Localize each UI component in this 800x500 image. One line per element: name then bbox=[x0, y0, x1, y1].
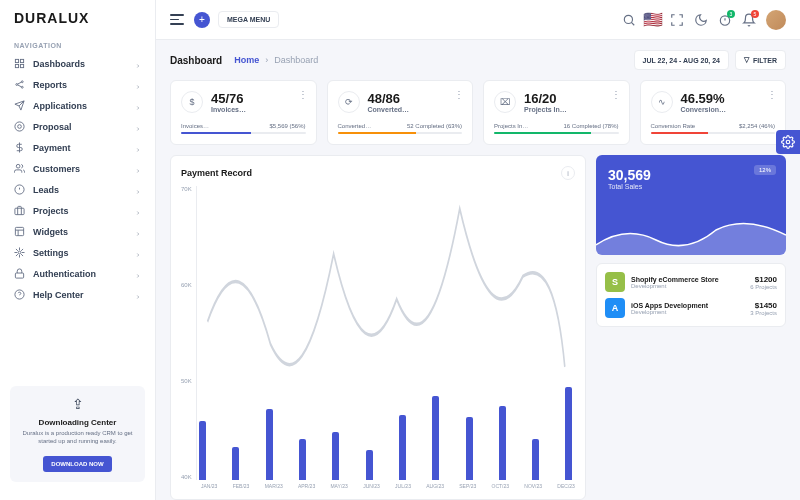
settings-icon bbox=[14, 247, 25, 258]
chart-bar bbox=[232, 447, 240, 480]
breadcrumb-row: Dashboard Home › Dashboard JUL 22, 24 - … bbox=[156, 40, 800, 80]
x-tick: JUN/23 bbox=[363, 483, 380, 489]
project-subtitle: Development bbox=[631, 309, 744, 315]
main-area: + MEGA MENU 🇺🇸 3 5 Dashboard Home › Dash… bbox=[156, 0, 800, 500]
stat-value: 46.59% bbox=[681, 91, 727, 106]
language-flag-icon[interactable]: 🇺🇸 bbox=[646, 13, 660, 27]
svg-point-6 bbox=[21, 86, 23, 88]
sidebar-item-auth[interactable]: Authentication bbox=[0, 263, 155, 284]
chevron-right-icon bbox=[135, 208, 141, 214]
download-button[interactable]: DOWNLOAD NOW bbox=[43, 456, 111, 472]
avatar[interactable] bbox=[766, 10, 786, 30]
chevron-right-icon bbox=[135, 82, 141, 88]
stat-card: ⋮ ∿ 46.59%Conversion… Conversion Rate$2,… bbox=[640, 80, 787, 145]
customers-icon bbox=[14, 163, 25, 174]
dashboard-icon bbox=[14, 58, 25, 69]
stat-right-text: 52 Completed (63%) bbox=[407, 123, 462, 129]
y-tick: 50K bbox=[181, 378, 192, 384]
sales-value: 30,569 bbox=[608, 167, 774, 183]
fullscreen-icon[interactable] bbox=[670, 13, 684, 27]
reports-icon bbox=[14, 79, 25, 90]
sidebar-item-help[interactable]: Help Center bbox=[0, 284, 155, 305]
sidebar-item-label: Dashboards bbox=[33, 59, 85, 69]
chevron-right-icon bbox=[135, 187, 141, 193]
sidebar-item-apps[interactable]: Applications bbox=[0, 95, 155, 116]
sidebar-item-reports[interactable]: Reports bbox=[0, 74, 155, 95]
sidebar-item-label: Payment bbox=[33, 143, 71, 153]
sidebar-item-proposal[interactable]: Proposal bbox=[0, 116, 155, 137]
breadcrumb-home[interactable]: Home bbox=[234, 55, 259, 65]
chevron-right-icon bbox=[135, 166, 141, 172]
sidebar-item-label: Proposal bbox=[33, 122, 72, 132]
x-tick: JUL/23 bbox=[395, 483, 411, 489]
chart-title: Payment Record bbox=[181, 168, 252, 178]
menu-toggle-icon[interactable] bbox=[170, 12, 186, 28]
svg-rect-1 bbox=[20, 59, 23, 62]
stats-row: ⋮ $ 45/76Invoices… Invoices…$5,569 (56%)… bbox=[156, 80, 800, 145]
download-icon: ⇪ bbox=[18, 396, 137, 412]
chart-info-button[interactable]: i bbox=[561, 166, 575, 180]
chevron-right-icon bbox=[135, 145, 141, 151]
x-tick: DEC/23 bbox=[557, 483, 575, 489]
stat-icon: ⌧ bbox=[494, 91, 516, 113]
stat-left-text: Conversion Rate bbox=[651, 123, 696, 129]
stat-menu-icon[interactable]: ⋮ bbox=[767, 89, 777, 100]
stat-right-text: $5,569 (56%) bbox=[269, 123, 305, 129]
stat-menu-icon[interactable]: ⋮ bbox=[454, 89, 464, 100]
help-icon bbox=[14, 289, 25, 300]
sidebar-item-settings[interactable]: Settings bbox=[0, 242, 155, 263]
sidebar-item-label: Reports bbox=[33, 80, 67, 90]
stat-value: 48/86 bbox=[368, 91, 410, 106]
chart-bar bbox=[532, 439, 540, 480]
sidebar-item-payment[interactable]: Payment bbox=[0, 137, 155, 158]
svg-rect-19 bbox=[15, 227, 23, 235]
sidebar-item-customers[interactable]: Customers bbox=[0, 158, 155, 179]
stat-right-text: $2,254 (46%) bbox=[739, 123, 775, 129]
svg-point-22 bbox=[18, 251, 21, 254]
stat-card: ⋮ ⌧ 16/20Projects In… Projects In…16 Com… bbox=[483, 80, 630, 145]
sidebar-item-widgets[interactable]: Widgets bbox=[0, 221, 155, 242]
list-item[interactable]: A iOS Apps DevelopmentDevelopment $14503… bbox=[605, 298, 777, 318]
brand-logo: DURALUX bbox=[0, 10, 155, 36]
auth-icon bbox=[14, 268, 25, 279]
sidebar-item-label: Settings bbox=[33, 248, 69, 258]
sidebar-item-dashboard[interactable]: Dashboards bbox=[0, 53, 155, 74]
stat-left-text: Converted… bbox=[338, 123, 372, 129]
sidebar-item-label: Customers bbox=[33, 164, 80, 174]
chevron-right-icon bbox=[135, 271, 141, 277]
list-item[interactable]: S Shopify eCommerce StoreDevelopment $12… bbox=[605, 272, 777, 292]
x-tick: NOV/23 bbox=[524, 483, 542, 489]
stat-menu-icon[interactable]: ⋮ bbox=[611, 89, 621, 100]
svg-rect-0 bbox=[15, 59, 18, 62]
sidebar: DURALUX NAVIGATION Dashboards Reports Ap… bbox=[0, 0, 156, 500]
total-sales-card: 30,569 Total Sales 12% bbox=[596, 155, 786, 255]
filter-button[interactable]: ▽FILTER bbox=[735, 50, 786, 70]
apps-icon bbox=[14, 100, 25, 111]
svg-point-30 bbox=[786, 140, 790, 144]
projects-icon bbox=[14, 205, 25, 216]
search-icon[interactable] bbox=[622, 13, 636, 27]
stat-menu-icon[interactable]: ⋮ bbox=[298, 89, 308, 100]
chart-line bbox=[197, 186, 575, 480]
svg-line-8 bbox=[18, 85, 22, 87]
sidebar-item-projects[interactable]: Projects bbox=[0, 200, 155, 221]
stat-icon: $ bbox=[181, 91, 203, 113]
sidebar-item-leads[interactable]: Leads bbox=[0, 179, 155, 200]
chart-bar bbox=[365, 450, 373, 480]
date-range-button[interactable]: JUL 22, 24 - AUG 20, 24 bbox=[634, 50, 729, 70]
svg-point-4 bbox=[21, 81, 23, 83]
payment-icon bbox=[14, 142, 25, 153]
mega-menu-button[interactable]: MEGA MENU bbox=[218, 11, 279, 28]
breadcrumb-current: Dashboard bbox=[274, 55, 318, 65]
settings-float-button[interactable] bbox=[776, 130, 800, 154]
svg-line-7 bbox=[18, 82, 22, 84]
dark-mode-icon[interactable] bbox=[694, 13, 708, 27]
sales-change-badge: 12% bbox=[754, 165, 776, 175]
projects-list: S Shopify eCommerce StoreDevelopment $12… bbox=[596, 263, 786, 327]
chart-bar bbox=[432, 396, 440, 480]
timer-icon[interactable]: 3 bbox=[718, 13, 732, 27]
svg-point-14 bbox=[16, 164, 20, 168]
add-button[interactable]: + bbox=[194, 12, 210, 28]
bell-icon[interactable]: 5 bbox=[742, 13, 756, 27]
stat-icon: ∿ bbox=[651, 91, 673, 113]
